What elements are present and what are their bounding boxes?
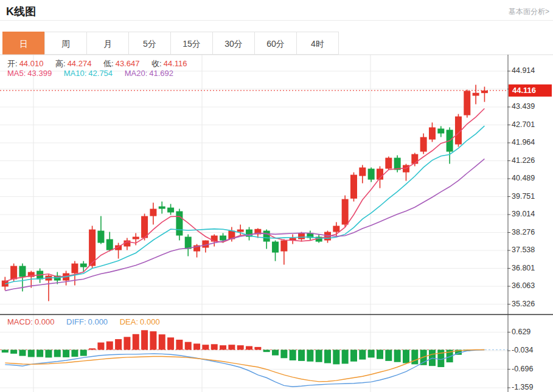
macd-histogram-bar: [10, 350, 17, 354]
macd-readout: MACD:0.000 DIFF:0.000 DEA:0.000: [7, 317, 170, 326]
macd-histogram-bar: [71, 350, 78, 357]
candle-body: [333, 226, 339, 232]
candle-body: [481, 91, 488, 93]
candle-body: [394, 158, 401, 170]
axis-tick-label: 40.489: [512, 174, 535, 182]
candle-body: [437, 129, 444, 134]
macd-histogram-bar: [37, 350, 43, 357]
axis-tick-label: 44.914: [512, 66, 535, 75]
candle-body: [10, 266, 17, 280]
macd-histogram-bar: [359, 350, 366, 360]
ma10-value: 42.754: [88, 69, 113, 78]
open-value: 44.010: [19, 59, 44, 68]
macd-histogram-bar: [89, 348, 96, 349]
axis-tick-label: 42.701: [512, 120, 535, 129]
axis-tick-label: -0.696: [512, 365, 533, 373]
current-price-label: 44.116: [512, 86, 536, 95]
candle-body: [385, 158, 392, 169]
ma5-value: 43.399: [27, 69, 52, 78]
macd-histogram-bar: [377, 350, 383, 359]
candle-body: [97, 231, 104, 243]
ma20-value: 41.692: [149, 69, 173, 78]
high-value: 44.274: [68, 59, 92, 68]
macd-histogram-bar: [19, 350, 26, 356]
candle-body: [133, 237, 139, 239]
candle-body: [411, 154, 418, 164]
candle-body: [359, 168, 366, 176]
axis-tick-label: 0.629: [512, 328, 530, 336]
macd-histogram-bar: [403, 350, 409, 363]
macd-histogram-bar: [298, 350, 305, 361]
macd-label: MACD:: [7, 317, 33, 326]
macd-histogram-bar: [115, 339, 122, 349]
macd-histogram-bar: [193, 343, 200, 349]
macd-histogram-bar: [385, 350, 392, 361]
candle-body: [473, 93, 479, 96]
candle-body: [141, 216, 148, 238]
ma10-label: MA10:: [64, 69, 87, 78]
macd-histogram-bar: [211, 344, 218, 349]
candle-body: [159, 207, 165, 209]
macd-histogram-bar: [63, 350, 69, 357]
dea-label: DEA:: [120, 317, 138, 326]
candle-body: [272, 242, 279, 253]
axis-tick-label: 39.751: [512, 192, 535, 201]
macd-histogram-bar: [324, 350, 331, 363]
macd-histogram-bar: [97, 343, 104, 350]
kline-page: K线图 基本面分析> 日周月5分15分30分60分4时 44.91444.176…: [0, 0, 553, 392]
ma5-label: MA5:: [7, 69, 26, 78]
candle-body: [150, 209, 156, 216]
axis-tick-label: 36.801: [512, 264, 535, 272]
macd-histogram-bar: [2, 350, 9, 353]
high-label: 高:: [55, 59, 66, 68]
macd-histogram-bar: [123, 337, 130, 349]
candle-body: [420, 137, 427, 152]
axis-tick-label: 35.326: [512, 300, 535, 308]
candle-body: [80, 264, 87, 267]
macd-histogram-bar: [220, 345, 226, 349]
axis-tick-label: -1.359: [512, 383, 533, 391]
close-label: 收:: [151, 59, 162, 68]
candle-body: [263, 231, 270, 242]
axis-tick-label: 38.276: [512, 228, 535, 236]
macd-histogram-bar: [150, 331, 156, 349]
candle-body: [220, 236, 226, 241]
ohlc-readout: 开:44.010 高:44.274 低:43.647 收:44.116: [7, 58, 197, 69]
close-value: 44.116: [164, 59, 187, 68]
macd-histogram-bar: [307, 350, 313, 362]
macd-histogram-bar: [280, 350, 287, 359]
macd-histogram-bar: [368, 350, 375, 358]
macd-histogram-bar: [246, 346, 252, 350]
candle-body: [464, 91, 470, 115]
candle-body: [298, 233, 305, 239]
macd-histogram-bar: [176, 340, 183, 350]
ma-readout: MA5:43.399 MA10:42.754 MA20:41.692: [7, 69, 183, 78]
macd-histogram-bar: [228, 345, 235, 349]
candle-body: [429, 128, 436, 140]
candle-body: [19, 266, 26, 277]
candle-body: [185, 237, 192, 249]
macd-histogram-bar: [141, 330, 148, 349]
macd-histogram-bar: [316, 350, 322, 362]
axis-tick-label: 36.063: [512, 281, 535, 290]
macd-value: 0.000: [35, 317, 55, 326]
low-label: 低:: [103, 59, 114, 68]
macd-histogram-bar: [167, 337, 174, 349]
macd-histogram-bar: [263, 350, 270, 352]
macd-histogram-bar: [237, 345, 244, 349]
candle-body: [368, 169, 375, 180]
candle-body: [106, 239, 113, 250]
macd-histogram-bar: [106, 342, 113, 350]
candle-body: [176, 211, 183, 236]
macd-histogram-bar: [28, 350, 35, 357]
macd-histogram-bar: [411, 350, 418, 365]
macd-histogram-bar: [80, 350, 87, 356]
macd-histogram-bar: [185, 342, 192, 350]
diff-value: 0.000: [88, 317, 108, 326]
macd-histogram-bar: [254, 347, 261, 350]
macd-histogram-bar: [45, 350, 52, 358]
candle-body: [350, 175, 357, 199]
diff-label: DIFF:: [66, 317, 86, 326]
candle-body: [71, 264, 78, 273]
axis-tick-label: 43.439: [512, 102, 535, 111]
